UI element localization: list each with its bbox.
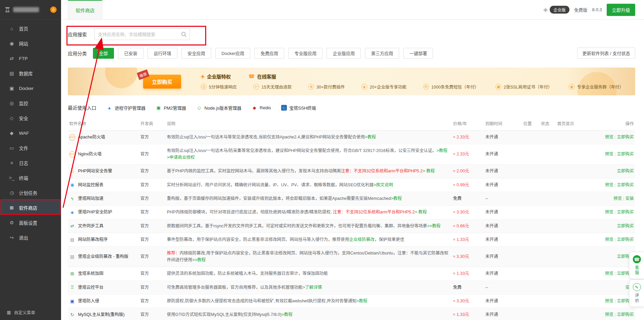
- sidebar-item[interactable]: ⇄ FTP: [0, 51, 61, 66]
- online-support-title[interactable]: ☎ 在线客服: [249, 73, 276, 80]
- inline-link[interactable]: 立即购买: [617, 169, 634, 173]
- inline-link[interactable]: >教程: [356, 299, 367, 303]
- software-name[interactable]: 堡塔防入侵: [78, 298, 99, 304]
- category-button[interactable]: 免费应用: [254, 48, 284, 59]
- notification-badge[interactable]: 0: [50, 6, 57, 13]
- text-segment: 推荐：: [167, 251, 180, 256]
- category-button[interactable]: 全部: [93, 48, 114, 59]
- software-name[interactable]: PHP网站安全告警: [78, 168, 112, 174]
- inline-link[interactable]: >图文说明: [374, 183, 393, 187]
- sidebar-item[interactable]: ▤ 数据库: [0, 66, 61, 81]
- sidebar-item[interactable]: ◉ 网站: [0, 36, 61, 51]
- sidebar-item[interactable]: ◎ 监控: [0, 96, 61, 111]
- sidebar-item[interactable]: ↪ 退出: [0, 230, 61, 245]
- inline-link[interactable]: >教程: [281, 312, 292, 317]
- inline-link[interactable]: >教程: [365, 135, 376, 139]
- column-header: 开发商: [139, 116, 165, 131]
- software-name[interactable]: 堡塔网站加速: [78, 195, 103, 202]
- category-button[interactable]: 一键部署: [403, 48, 433, 59]
- category-button[interactable]: 第三方应用: [365, 48, 399, 59]
- inline-link[interactable]: 预览: [605, 299, 613, 303]
- inline-link[interactable]: 立即购买: [617, 312, 634, 317]
- inline-link[interactable]: >>教程: [192, 258, 206, 262]
- inline-link[interactable]: 预览: [605, 237, 613, 242]
- feature-icon: ↩: [253, 84, 259, 90]
- inline-link[interactable]: 预览: [605, 152, 613, 156]
- inline-link[interactable]: > 教程: [423, 169, 435, 173]
- inline-link[interactable]: >>教程: [427, 224, 441, 228]
- search-icon[interactable]: [181, 31, 187, 37]
- category-button[interactable]: 安全应用: [181, 48, 211, 59]
- price-cell: ≈ 1.33元: [452, 233, 484, 247]
- category-button[interactable]: 企业版应用: [327, 48, 361, 59]
- inline-link[interactable]: >申请商业授权: [167, 155, 195, 160]
- upgrade-button[interactable]: 立即升级: [607, 4, 635, 16]
- sidebar-item[interactable]: ▣ Docker: [0, 81, 61, 96]
- description: 实时分析网站运行、用户访问状况，精确统计网站流量、IP、UV、PV、请求、蜘蛛等…: [165, 178, 452, 192]
- category-button[interactable]: 已安装: [118, 48, 143, 59]
- recent-app[interactable]: >_ 宝塔SSH终端: [281, 105, 316, 111]
- price: ≈ 3.30元: [453, 299, 469, 303]
- inline-link[interactable]: >教程: [436, 148, 447, 153]
- recent-app[interactable]: ◇ Node.js版本管理器: [196, 105, 241, 111]
- recent-app[interactable]: ◆ Redis: [252, 105, 271, 111]
- row-actions: 预览 | 立即购买: [584, 233, 635, 247]
- sidebar-item[interactable]: ◇ 安全: [0, 111, 61, 126]
- inline-link[interactable]: 立即购买: [617, 183, 634, 187]
- inline-link[interactable]: 立即购买: [617, 210, 634, 214]
- software-icon: ⇄: [69, 223, 75, 229]
- recent-app[interactable]: ▣ PM2管理器: [156, 105, 186, 111]
- inline-link[interactable]: 预览: [605, 183, 613, 187]
- update-software-list-button[interactable]: 更新软件列表 / 支付状态: [577, 48, 635, 59]
- sidebar-item[interactable]: ≡ 日志: [0, 155, 61, 170]
- customer-service-widget[interactable]: ☎ 客服: [629, 252, 644, 279]
- text-segment: 原数据间同步工具，基于rsync开发的文件同步工具，可定时或实时的发送文件和更新…: [167, 224, 427, 228]
- category-button[interactable]: 运行环境: [148, 48, 177, 59]
- software-name[interactable]: MySQL主从复制(重构版): [78, 312, 125, 318]
- inline-link[interactable]: 预览: [605, 135, 613, 139]
- inline-link[interactable]: > 教程: [415, 210, 427, 214]
- sidebar-item[interactable]: ▭ 文件: [0, 140, 61, 155]
- sidebar-item[interactable]: ◷ 计划任务: [0, 185, 61, 200]
- software-name[interactable]: Apache防火墙: [78, 134, 105, 140]
- category-button[interactable]: 专业版应用: [288, 48, 323, 59]
- inline-link[interactable]: 立即购买: [617, 135, 634, 139]
- inline-link[interactable]: >了解详情: [303, 285, 322, 290]
- feedback-widget[interactable]: ✎ 评价: [629, 280, 644, 307]
- sidebar-item[interactable]: ⌂ 首页: [0, 21, 61, 36]
- inline-link[interactable]: 立即购买: [617, 152, 634, 156]
- inline-link[interactable]: 安装: [625, 196, 634, 201]
- software-name[interactable]: 宝塔系统加固: [78, 270, 103, 277]
- sidebar-item[interactable]: >_ 终端: [0, 170, 61, 185]
- sidebar-item[interactable]: ◆ WAF: [0, 126, 61, 140]
- buy-now-button[interactable]: 立即购买: [143, 75, 181, 89]
- inline-link[interactable]: 预览: [613, 196, 622, 201]
- software-name[interactable]: 堡塔云控平台: [78, 284, 103, 291]
- inline-link[interactable]: 预览: [605, 210, 613, 214]
- inline-link[interactable]: 企业级防篡改: [349, 237, 375, 242]
- software-name[interactable]: 文件同步工具: [78, 223, 103, 229]
- tab-software-store[interactable]: 软件商店: [68, 0, 102, 19]
- edition-badge[interactable]: ◈ 企业版: [543, 6, 569, 14]
- category-button[interactable]: Docker应用: [215, 48, 250, 59]
- software-name[interactable]: 堡塔PHP安全防护: [78, 209, 112, 215]
- custom-menu-button[interactable]: ▦ 自定义菜单: [7, 309, 35, 316]
- sidebar-item-label: 退出: [19, 234, 28, 241]
- location: [522, 247, 540, 267]
- inline-link[interactable]: >教程: [391, 196, 402, 201]
- recent-app[interactable]: ▲ 进程守护管理器: [106, 105, 145, 111]
- sidebar-item[interactable]: ⊞ 软件商店: [0, 200, 61, 215]
- inline-link[interactable]: 预览: [605, 271, 613, 276]
- software-name[interactable]: Nginx防火墙: [78, 151, 101, 157]
- search-input[interactable]: [94, 29, 190, 40]
- sidebar-item[interactable]: ⚙ 面板设置: [0, 215, 61, 230]
- category-label: 应用分类: [68, 50, 87, 57]
- inline-link[interactable]: 预览: [605, 312, 613, 317]
- software-name[interactable]: 堡塔企业级防篡改 - 重构版: [78, 253, 129, 260]
- software-name[interactable]: 网站防篡改程序: [78, 237, 108, 243]
- software-name[interactable]: 网站监控报表: [78, 182, 103, 188]
- text-segment: |: [613, 210, 617, 214]
- sidebar-item-label: 终端: [19, 174, 28, 181]
- inline-link[interactable]: 立即购买: [617, 224, 634, 228]
- inline-link[interactable]: 立即购买: [617, 237, 634, 242]
